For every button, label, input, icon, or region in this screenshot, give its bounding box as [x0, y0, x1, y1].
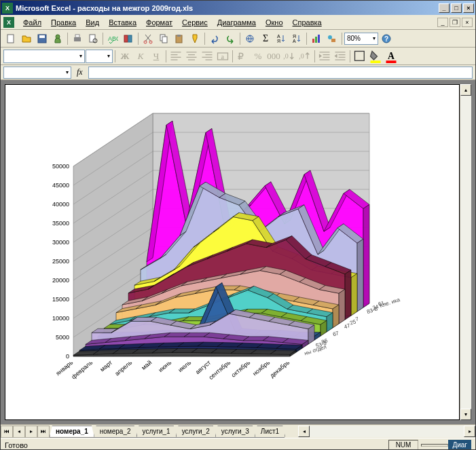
mdi-minimize-button[interactable]: _ [437, 18, 448, 27]
cut-button[interactable] [141, 31, 155, 46]
open-button[interactable] [19, 31, 34, 46]
increase-decimal-button[interactable]: ,0 [282, 49, 297, 64]
svg-text:A: A [388, 50, 395, 60]
autosum-button[interactable]: Σ [258, 31, 273, 46]
workspace: 0500010000150002000025000300003500040000… [1, 80, 475, 424]
tab-last-button[interactable]: ⏭ [37, 426, 50, 438]
redo-button[interactable] [223, 31, 238, 46]
svg-text:35000: 35000 [52, 220, 69, 227]
research-button[interactable] [121, 31, 136, 46]
chart-area[interactable]: 0500010000150002000025000300003500040000… [5, 84, 460, 420]
bold-button[interactable]: Ж [117, 49, 132, 64]
horizontal-scrollbar[interactable]: ◂ ▸ [298, 426, 475, 437]
borders-button[interactable] [352, 49, 367, 64]
svg-text:апрель: апрель [113, 359, 133, 377]
sort-asc-button[interactable]: АЯ [274, 31, 289, 46]
menu-view[interactable]: Вид [81, 16, 104, 29]
mdi-close-button[interactable]: × [462, 18, 473, 27]
fill-color-button[interactable] [368, 49, 383, 64]
drawing-button[interactable] [325, 31, 340, 46]
menu-bar: X Файл Правка Вид Вставка Формат Сервис … [1, 15, 475, 30]
maximize-button[interactable]: □ [451, 3, 462, 13]
sheet-tab-номера_2[interactable]: номера_2 [94, 426, 137, 437]
save-button[interactable] [35, 31, 50, 46]
align-left-button[interactable] [168, 49, 183, 64]
increase-indent-button[interactable] [333, 49, 348, 64]
print-preview-button[interactable] [86, 31, 100, 46]
align-center-button[interactable] [184, 49, 199, 64]
sheet-tab-услуги_1[interactable]: услуги_1 [136, 426, 177, 437]
sort-desc-button[interactable]: ЯА [289, 31, 304, 46]
merge-center-button[interactable]: a [215, 49, 230, 64]
svg-rect-5 [75, 35, 79, 37]
name-box[interactable]: ▾ [3, 67, 71, 79]
sheet-tab-услуги_2[interactable]: услуги_2 [176, 426, 216, 437]
sheet-tab-номера_1[interactable]: номера_1 [50, 426, 94, 437]
formula-input[interactable] [88, 67, 473, 79]
fontsize-combo[interactable]: ▾ [86, 50, 113, 63]
minimize-button[interactable]: _ [439, 3, 450, 13]
new-button[interactable] [3, 31, 18, 46]
paste-button[interactable] [172, 31, 187, 46]
svg-rect-16 [177, 35, 181, 37]
permission-button[interactable] [50, 31, 65, 46]
comma-button[interactable]: 000 [266, 49, 281, 64]
svg-text:февраль: февраль [70, 359, 94, 381]
tab-first-button[interactable]: ⏮ [1, 426, 13, 438]
menu-format[interactable]: Формат [141, 16, 177, 29]
svg-marker-112 [363, 204, 369, 307]
font-color-button[interactable]: A [384, 49, 399, 64]
tab-prev-button[interactable]: ◂ [13, 426, 25, 438]
menu-file[interactable]: Файл [18, 16, 46, 29]
tab-next-button[interactable]: ▸ [25, 426, 37, 438]
vertical-scrollbar[interactable]: ▴ ▾ [460, 84, 471, 420]
svg-text:Я: Я [277, 39, 280, 43]
zoom-combo[interactable]: 80%▾ [344, 33, 378, 45]
percent-button[interactable]: % [251, 49, 266, 64]
format-toolbar: ▾ ▾ Ж К Ч a ₽ % 000 ,0 ,0 A [1, 48, 475, 65]
svg-text:5000: 5000 [56, 334, 69, 341]
svg-rect-24 [318, 35, 320, 43]
menu-tools[interactable]: Сервис [177, 16, 213, 29]
close-button[interactable]: × [463, 3, 474, 13]
chart-wizard-button[interactable] [309, 31, 324, 46]
scroll-up-icon[interactable]: ▴ [460, 84, 471, 96]
align-right-button[interactable] [200, 49, 215, 64]
menu-edit[interactable]: Правка [46, 16, 81, 29]
svg-text:15000: 15000 [52, 296, 69, 303]
menu-insert[interactable]: Вставка [104, 16, 141, 29]
font-combo[interactable]: ▾ [3, 50, 85, 63]
format-painter-button[interactable] [187, 31, 202, 46]
undo-button[interactable] [207, 31, 222, 46]
svg-text:67: 67 [332, 330, 340, 337]
hyperlink-button[interactable] [242, 31, 257, 46]
fx-icon[interactable]: fx [77, 67, 83, 77]
menu-chart[interactable]: Диаграмма [213, 16, 261, 29]
menu-window[interactable]: Окно [261, 16, 288, 29]
svg-text:0: 0 [66, 353, 69, 360]
zoom-value: 80% [347, 35, 361, 42]
spelling-button[interactable]: ABC [105, 31, 120, 46]
mdi-restore-button[interactable]: ❐ [450, 18, 460, 27]
scroll-down-icon[interactable]: ▾ [460, 409, 471, 420]
svg-rect-22 [312, 39, 314, 43]
svg-text:50000: 50000 [52, 163, 69, 170]
formula-bar: ▾ fx [1, 65, 475, 80]
italic-button[interactable]: К [133, 49, 148, 64]
copy-button[interactable] [156, 31, 171, 46]
help-button[interactable]: ? [379, 31, 394, 46]
menu-help[interactable]: Справка [288, 16, 327, 29]
underline-button[interactable]: Ч [149, 49, 164, 64]
svg-text:40000: 40000 [52, 201, 69, 208]
svg-text:,0: ,0 [283, 52, 289, 59]
sheet-tab-Лист1[interactable]: Лист1 [255, 426, 285, 437]
currency-button[interactable]: ₽ [235, 49, 250, 64]
decrease-indent-button[interactable] [317, 49, 332, 64]
decrease-decimal-button[interactable]: ,0 [297, 49, 312, 64]
svg-marker-138 [351, 274, 357, 316]
scroll-left-icon[interactable]: ◂ [298, 426, 310, 437]
scroll-right-icon[interactable]: ▸ [464, 426, 475, 437]
svg-text:30000: 30000 [52, 239, 69, 246]
print-button[interactable] [70, 31, 85, 46]
sheet-tab-услуги_3[interactable]: услуги_3 [215, 426, 255, 437]
